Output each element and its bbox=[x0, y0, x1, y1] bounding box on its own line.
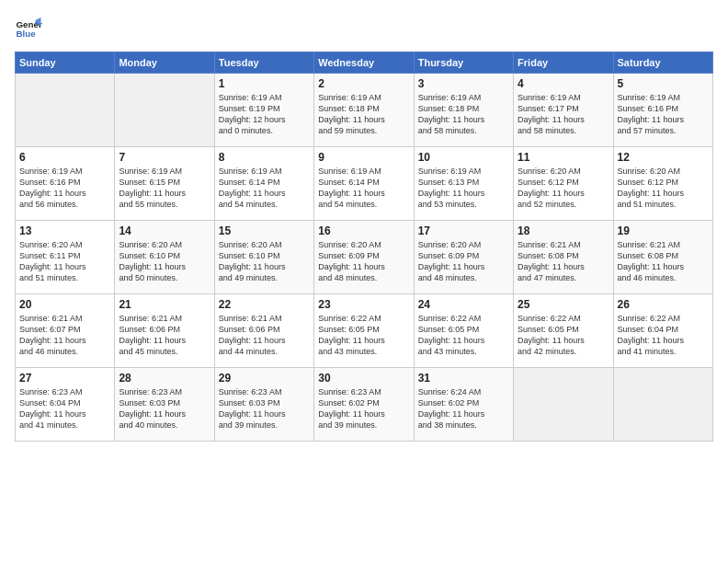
day-info: Sunrise: 6:20 AM Sunset: 6:12 PM Dayligh… bbox=[618, 166, 709, 211]
day-number: 4 bbox=[518, 77, 609, 90]
calendar-cell: 6Sunrise: 6:19 AM Sunset: 6:16 PM Daylig… bbox=[16, 147, 115, 221]
day-number: 5 bbox=[618, 77, 709, 90]
weekday-header-wednesday: Wednesday bbox=[314, 52, 414, 74]
calendar-cell: 25Sunrise: 6:22 AM Sunset: 6:05 PM Dayli… bbox=[514, 294, 613, 368]
weekday-header-tuesday: Tuesday bbox=[214, 52, 313, 74]
day-number: 28 bbox=[119, 372, 210, 385]
weekday-header-monday: Monday bbox=[115, 52, 214, 74]
day-number: 13 bbox=[19, 224, 110, 237]
day-info: Sunrise: 6:19 AM Sunset: 6:17 PM Dayligh… bbox=[518, 92, 609, 137]
day-number: 9 bbox=[318, 151, 409, 164]
day-number: 3 bbox=[418, 77, 509, 90]
day-number: 25 bbox=[518, 298, 609, 311]
calendar-cell: 1Sunrise: 6:19 AM Sunset: 6:19 PM Daylig… bbox=[214, 74, 313, 147]
calendar-cell: 12Sunrise: 6:20 AM Sunset: 6:12 PM Dayli… bbox=[613, 147, 712, 221]
calendar-cell: 4Sunrise: 6:19 AM Sunset: 6:17 PM Daylig… bbox=[514, 74, 613, 147]
day-number: 23 bbox=[318, 298, 409, 311]
calendar-cell: 18Sunrise: 6:21 AM Sunset: 6:08 PM Dayli… bbox=[514, 221, 613, 294]
calendar-cell: 7Sunrise: 6:19 AM Sunset: 6:15 PM Daylig… bbox=[115, 147, 214, 221]
calendar-cell bbox=[115, 74, 214, 147]
day-info: Sunrise: 6:19 AM Sunset: 6:18 PM Dayligh… bbox=[418, 92, 509, 137]
day-number: 29 bbox=[219, 372, 310, 385]
calendar-cell: 14Sunrise: 6:20 AM Sunset: 6:10 PM Dayli… bbox=[115, 221, 214, 294]
day-info: Sunrise: 6:20 AM Sunset: 6:10 PM Dayligh… bbox=[219, 239, 310, 284]
day-info: Sunrise: 6:19 AM Sunset: 6:18 PM Dayligh… bbox=[318, 92, 409, 137]
day-info: Sunrise: 6:21 AM Sunset: 6:08 PM Dayligh… bbox=[618, 239, 709, 284]
day-number: 1 bbox=[219, 77, 310, 90]
calendar-cell: 23Sunrise: 6:22 AM Sunset: 6:05 PM Dayli… bbox=[314, 294, 414, 368]
day-info: Sunrise: 6:22 AM Sunset: 6:05 PM Dayligh… bbox=[418, 313, 509, 358]
day-info: Sunrise: 6:23 AM Sunset: 6:03 PM Dayligh… bbox=[219, 386, 310, 431]
calendar-week-row: 1Sunrise: 6:19 AM Sunset: 6:19 PM Daylig… bbox=[16, 74, 713, 147]
day-number: 22 bbox=[219, 298, 310, 311]
day-info: Sunrise: 6:21 AM Sunset: 6:07 PM Dayligh… bbox=[19, 313, 110, 358]
calendar-week-row: 20Sunrise: 6:21 AM Sunset: 6:07 PM Dayli… bbox=[16, 294, 713, 368]
day-info: Sunrise: 6:22 AM Sunset: 6:05 PM Dayligh… bbox=[318, 313, 409, 358]
day-info: Sunrise: 6:22 AM Sunset: 6:05 PM Dayligh… bbox=[518, 313, 609, 358]
calendar-cell: 28Sunrise: 6:23 AM Sunset: 6:03 PM Dayli… bbox=[115, 368, 214, 442]
calendar-cell: 17Sunrise: 6:20 AM Sunset: 6:09 PM Dayli… bbox=[414, 221, 513, 294]
page-header: General Blue bbox=[15, 15, 713, 42]
calendar-cell: 5Sunrise: 6:19 AM Sunset: 6:16 PM Daylig… bbox=[613, 74, 712, 147]
calendar-cell: 15Sunrise: 6:20 AM Sunset: 6:10 PM Dayli… bbox=[214, 221, 313, 294]
calendar-cell: 11Sunrise: 6:20 AM Sunset: 6:12 PM Dayli… bbox=[514, 147, 613, 221]
calendar-cell: 24Sunrise: 6:22 AM Sunset: 6:05 PM Dayli… bbox=[414, 294, 513, 368]
calendar-cell: 9Sunrise: 6:19 AM Sunset: 6:14 PM Daylig… bbox=[314, 147, 414, 221]
calendar-week-row: 6Sunrise: 6:19 AM Sunset: 6:16 PM Daylig… bbox=[16, 147, 713, 221]
day-number: 27 bbox=[19, 372, 110, 385]
weekday-header-row: SundayMondayTuesdayWednesdayThursdayFrid… bbox=[16, 52, 713, 74]
calendar-cell: 2Sunrise: 6:19 AM Sunset: 6:18 PM Daylig… bbox=[314, 74, 414, 147]
calendar-table: SundayMondayTuesdayWednesdayThursdayFrid… bbox=[15, 52, 713, 442]
day-number: 26 bbox=[618, 298, 709, 311]
calendar-cell: 21Sunrise: 6:21 AM Sunset: 6:06 PM Dayli… bbox=[115, 294, 214, 368]
day-info: Sunrise: 6:19 AM Sunset: 6:14 PM Dayligh… bbox=[318, 166, 409, 211]
day-number: 8 bbox=[219, 151, 310, 164]
weekday-header-friday: Friday bbox=[514, 52, 613, 74]
calendar-cell bbox=[514, 368, 613, 442]
day-info: Sunrise: 6:20 AM Sunset: 6:09 PM Dayligh… bbox=[318, 239, 409, 284]
day-info: Sunrise: 6:23 AM Sunset: 6:04 PM Dayligh… bbox=[19, 386, 110, 431]
calendar-cell: 29Sunrise: 6:23 AM Sunset: 6:03 PM Dayli… bbox=[214, 368, 313, 442]
day-number: 12 bbox=[618, 151, 709, 164]
day-info: Sunrise: 6:19 AM Sunset: 6:16 PM Dayligh… bbox=[19, 166, 110, 211]
day-number: 2 bbox=[318, 77, 409, 90]
day-number: 20 bbox=[19, 298, 110, 311]
weekday-header-sunday: Sunday bbox=[16, 52, 115, 74]
calendar-week-row: 27Sunrise: 6:23 AM Sunset: 6:04 PM Dayli… bbox=[16, 368, 713, 442]
day-info: Sunrise: 6:21 AM Sunset: 6:06 PM Dayligh… bbox=[219, 313, 310, 358]
day-number: 18 bbox=[518, 224, 609, 237]
day-number: 16 bbox=[318, 224, 409, 237]
day-number: 21 bbox=[119, 298, 210, 311]
day-info: Sunrise: 6:20 AM Sunset: 6:10 PM Dayligh… bbox=[119, 239, 210, 284]
calendar-week-row: 13Sunrise: 6:20 AM Sunset: 6:11 PM Dayli… bbox=[16, 221, 713, 294]
calendar-cell: 20Sunrise: 6:21 AM Sunset: 6:07 PM Dayli… bbox=[16, 294, 115, 368]
day-number: 19 bbox=[618, 224, 709, 237]
day-info: Sunrise: 6:23 AM Sunset: 6:02 PM Dayligh… bbox=[318, 386, 409, 431]
weekday-header-thursday: Thursday bbox=[414, 52, 513, 74]
day-number: 24 bbox=[418, 298, 509, 311]
day-info: Sunrise: 6:24 AM Sunset: 6:02 PM Dayligh… bbox=[418, 386, 509, 431]
day-number: 17 bbox=[418, 224, 509, 237]
logo-icon: General Blue bbox=[15, 15, 42, 42]
day-number: 30 bbox=[318, 372, 409, 385]
weekday-header-saturday: Saturday bbox=[613, 52, 712, 74]
day-info: Sunrise: 6:20 AM Sunset: 6:09 PM Dayligh… bbox=[418, 239, 509, 284]
logo: General Blue bbox=[15, 15, 42, 42]
day-info: Sunrise: 6:20 AM Sunset: 6:12 PM Dayligh… bbox=[518, 166, 609, 211]
day-number: 15 bbox=[219, 224, 310, 237]
day-number: 6 bbox=[19, 151, 110, 164]
calendar-cell bbox=[613, 368, 712, 442]
day-info: Sunrise: 6:20 AM Sunset: 6:11 PM Dayligh… bbox=[19, 239, 110, 284]
day-info: Sunrise: 6:19 AM Sunset: 6:19 PM Dayligh… bbox=[219, 92, 310, 137]
calendar-cell: 22Sunrise: 6:21 AM Sunset: 6:06 PM Dayli… bbox=[214, 294, 313, 368]
day-info: Sunrise: 6:19 AM Sunset: 6:16 PM Dayligh… bbox=[618, 92, 709, 137]
day-number: 31 bbox=[418, 372, 509, 385]
day-info: Sunrise: 6:23 AM Sunset: 6:03 PM Dayligh… bbox=[119, 386, 210, 431]
calendar-cell: 31Sunrise: 6:24 AM Sunset: 6:02 PM Dayli… bbox=[414, 368, 513, 442]
calendar-cell: 30Sunrise: 6:23 AM Sunset: 6:02 PM Dayli… bbox=[314, 368, 414, 442]
calendar-cell: 27Sunrise: 6:23 AM Sunset: 6:04 PM Dayli… bbox=[16, 368, 115, 442]
calendar-cell: 26Sunrise: 6:22 AM Sunset: 6:04 PM Dayli… bbox=[613, 294, 712, 368]
calendar-cell: 8Sunrise: 6:19 AM Sunset: 6:14 PM Daylig… bbox=[214, 147, 313, 221]
day-number: 14 bbox=[119, 224, 210, 237]
calendar-cell: 13Sunrise: 6:20 AM Sunset: 6:11 PM Dayli… bbox=[16, 221, 115, 294]
